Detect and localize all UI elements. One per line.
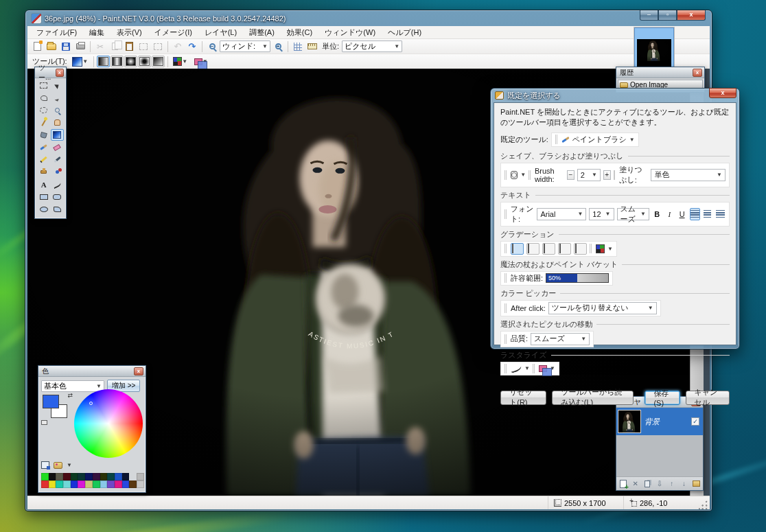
gradient-reflected-button[interactable] (111, 56, 124, 67)
smoothing-dropdown[interactable]: スムーズ ▼ (617, 208, 649, 220)
tool-paint-bucket[interactable] (37, 129, 51, 141)
save-button[interactable] (59, 41, 73, 53)
reset-colors-icon[interactable] (41, 420, 47, 425)
deselect-button[interactable] (151, 41, 165, 53)
gradient-radial-button[interactable] (124, 56, 137, 67)
add-color-icon[interactable] (41, 461, 49, 469)
palette-swatch[interactable] (107, 481, 115, 488)
tolerance-slider[interactable]: 50% (546, 273, 609, 283)
current-tool-dropdown[interactable]: ▼ (70, 56, 91, 68)
redo-button[interactable]: ↷ (185, 41, 199, 53)
palette-menu-icon[interactable] (54, 462, 62, 469)
tool-move-pixels[interactable] (51, 80, 65, 91)
palette-swatch[interactable] (85, 473, 93, 481)
brush-width-decrease-button[interactable]: − (567, 170, 574, 180)
font-family-dropdown[interactable]: Arial ▼ (537, 208, 586, 220)
underline-button[interactable]: U (677, 208, 686, 220)
grid-toggle-button[interactable] (291, 41, 305, 53)
quality-dropdown[interactable]: スムーズ ▼ (531, 333, 590, 345)
color-channels-icon[interactable] (596, 244, 605, 253)
maximize-button[interactable]: ▫ (658, 10, 677, 21)
tool-magic-wand[interactable] (37, 117, 51, 128)
tool-pencil[interactable] (37, 154, 51, 165)
chevron-down-icon[interactable]: ▼ (67, 462, 72, 468)
gradient-conical-button[interactable] (574, 243, 587, 255)
gradient-linear-button[interactable] (97, 56, 110, 67)
chevron-down-icon[interactable]: ▼ (524, 365, 530, 371)
title-bar[interactable]: 36pe.jpg (48%) - Paint.NET V3.0 (Beta 3 … (27, 10, 710, 26)
palette-swatch[interactable] (41, 473, 49, 481)
palette-swatch[interactable] (85, 481, 93, 488)
close-icon[interactable]: x (56, 69, 64, 77)
align-left-button[interactable] (690, 208, 700, 220)
tool-clone-stamp[interactable] (37, 166, 51, 178)
gradient-reflected-button[interactable] (526, 243, 539, 255)
tool-zoom[interactable] (51, 104, 65, 116)
menu-item[interactable]: イメージ(I) (148, 26, 198, 39)
tool-eraser[interactable] (51, 141, 65, 153)
tools-title-bar[interactable]: ツー... x (35, 67, 66, 78)
tool-paintbrush[interactable] (37, 141, 51, 153)
tool-rectangle[interactable] (37, 191, 51, 203)
menu-item[interactable]: 調整(A) (243, 26, 281, 39)
resize-grip[interactable] (699, 500, 708, 509)
dialog-title-bar[interactable]: 既定を選択する x (494, 89, 736, 102)
chevron-down-icon[interactable]: ▼ (520, 172, 526, 178)
menu-item[interactable]: 編集 (83, 26, 111, 39)
add-layer-button[interactable] (618, 479, 628, 489)
tool-rounded-rectangle[interactable] (51, 191, 65, 203)
palette-dropdown[interactable]: 基本色 ▼ (41, 380, 104, 392)
shape-style-icon[interactable] (511, 171, 518, 179)
palette-swatch[interactable] (56, 481, 63, 488)
cancel-button[interactable]: キャンセル (686, 391, 730, 405)
tool-freeform[interactable] (51, 203, 65, 215)
colors-title-bar[interactable]: 色 x (38, 366, 146, 377)
merge-down-button[interactable]: ⇩ (655, 479, 664, 489)
zoom-in-button[interactable]: + (271, 41, 285, 53)
italic-button[interactable]: I (664, 208, 674, 220)
move-layer-up-button[interactable]: ↑ (667, 479, 677, 489)
save-button[interactable]: 保存(S) (645, 391, 680, 405)
palette-swatch[interactable] (100, 473, 108, 481)
palette-swatch[interactable] (93, 481, 100, 488)
align-center-button[interactable] (703, 208, 712, 220)
bold-button[interactable]: B (652, 208, 662, 220)
print-button[interactable] (73, 41, 87, 53)
palette-swatch[interactable] (107, 473, 115, 481)
palette-swatch[interactable] (49, 473, 56, 481)
palette-swatch[interactable] (137, 481, 144, 488)
close-icon[interactable]: x (693, 69, 702, 77)
gradient-conical-button[interactable] (152, 56, 165, 67)
primary-color-swatch[interactable] (43, 395, 59, 408)
palette-swatch[interactable] (93, 473, 100, 481)
move-layer-down-button[interactable]: ↓ (680, 479, 689, 489)
color-wheel[interactable] (74, 389, 143, 458)
gradient-channel-dropdown[interactable]: ▼ (171, 56, 190, 68)
tool-rectangle-select[interactable] (37, 80, 51, 91)
palette-swatch[interactable] (71, 481, 78, 488)
menu-item[interactable]: ファイル(F) (30, 26, 83, 39)
layer-properties-button[interactable] (691, 479, 701, 489)
palette-swatch[interactable] (71, 473, 78, 481)
menu-item[interactable]: ウィンドウ(W) (318, 26, 382, 39)
align-right-button[interactable] (715, 208, 726, 220)
tool-color-picker[interactable] (51, 154, 65, 165)
fill-style-dropdown[interactable]: 単色 ▼ (651, 169, 726, 181)
palette-swatch[interactable] (100, 481, 108, 488)
cut-button[interactable]: ✂ (93, 41, 107, 53)
blend-overlap-icon[interactable] (539, 365, 547, 372)
dialog-close-button[interactable]: x (709, 88, 736, 98)
tool-move-selection[interactable] (51, 92, 65, 104)
duplicate-layer-button[interactable] (642, 479, 652, 489)
zoom-out-button[interactable]: − (205, 41, 219, 53)
blend-mode-dropdown[interactable]: ▼ (191, 56, 211, 68)
new-button[interactable] (30, 41, 44, 53)
palette-swatch[interactable] (49, 481, 56, 488)
open-button[interactable] (45, 41, 58, 53)
palette-swatch[interactable] (115, 481, 122, 488)
close-icon[interactable]: x (134, 367, 143, 375)
tool-gradient[interactable] (51, 129, 65, 141)
paste-button[interactable] (122, 41, 136, 53)
tool-ellipse[interactable] (37, 203, 51, 215)
antialias-curve-icon[interactable] (510, 364, 522, 373)
